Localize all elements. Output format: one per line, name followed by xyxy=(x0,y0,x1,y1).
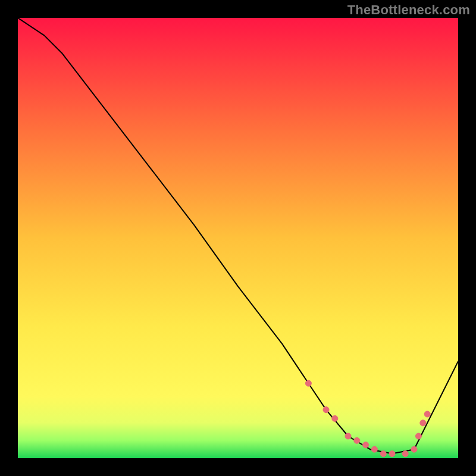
marker-dot xyxy=(332,415,338,421)
marker-dot xyxy=(305,380,311,386)
marker-dot xyxy=(363,442,369,448)
marker-dot xyxy=(354,437,360,443)
marker-dot xyxy=(345,433,351,439)
chart-plot xyxy=(18,18,458,458)
marker-dot xyxy=(380,451,386,457)
marker-dot xyxy=(323,407,329,413)
marker-dot xyxy=(420,420,426,426)
marker-dot xyxy=(402,451,408,457)
marker-dot xyxy=(371,446,377,452)
watermark-text: TheBottleneck.com xyxy=(347,2,470,18)
marker-dot xyxy=(415,433,421,439)
chart-frame: TheBottleneck.com xyxy=(0,0,476,476)
gradient-background xyxy=(18,18,458,458)
marker-dot xyxy=(389,451,395,457)
marker-dot xyxy=(424,411,430,417)
marker-dot xyxy=(411,446,417,452)
